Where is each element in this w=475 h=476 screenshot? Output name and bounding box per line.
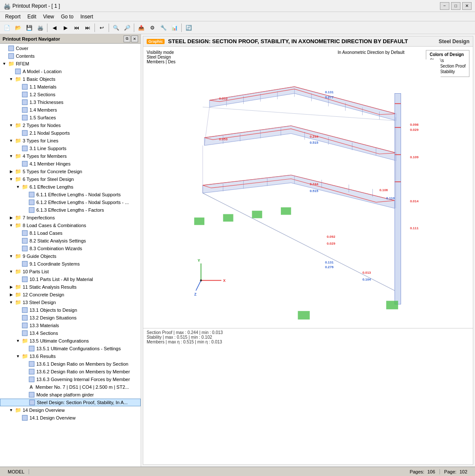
toolbar-last[interactable]: ⏭ — [83, 23, 93, 33]
toggle-9guide[interactable]: ▼ — [8, 253, 15, 260]
tree-item-1-5[interactable]: 1.5 Surfaces — [0, 114, 141, 121]
tree-item-10-1[interactable]: 10.1 Parts List - All by Material — [0, 275, 141, 283]
svg-rect-16 — [22, 246, 27, 251]
menu-goto[interactable]: Go to — [58, 13, 77, 21]
toolbar-undo[interactable]: ↩ — [97, 23, 107, 33]
toolbar-settings2[interactable]: 🔧 — [158, 23, 168, 33]
tree-item-10parts[interactable]: ▼ 📁 10 Parts List — [0, 268, 141, 275]
tree-item-1-4[interactable]: 1.4 Members — [0, 106, 141, 114]
tree-item-6steel[interactable]: ▼ 📁 6 Types for Steel Design — [0, 175, 141, 183]
tree-item-1basic[interactable]: ▼ 📁 1 Basic Objects — [0, 75, 141, 83]
svg-rect-7 — [22, 115, 27, 120]
tree-item-13-4[interactable]: 13.4 Sections — [0, 329, 141, 337]
menu-edit[interactable]: Edit — [24, 13, 40, 21]
toolbar-settings3[interactable]: 📊 — [169, 23, 180, 33]
tree-item-13-3[interactable]: 13.3 Materials — [0, 322, 141, 329]
tree-item-11static[interactable]: ▶ 📁 11 Static Analysis Results — [0, 283, 141, 291]
toggle-11static[interactable]: ▶ — [8, 284, 15, 290]
toolbar-settings1[interactable]: ⚙ — [147, 23, 157, 33]
toggle-4members[interactable]: ▼ — [8, 153, 15, 160]
toolbar-next[interactable]: ▶ — [60, 23, 71, 33]
tree-item-6-1-2[interactable]: 6.1.2 Effective Lengths - Nodal Supports… — [0, 198, 141, 206]
tree-item-13-6-3[interactable]: 13.6.3 Governing Internal Forces by Memb… — [0, 375, 141, 383]
close-button[interactable]: ✕ — [462, 2, 472, 10]
icon-13steel: 📁 — [15, 299, 21, 306]
menu-insert[interactable]: Insert — [77, 13, 97, 21]
toolbar-refresh[interactable]: 🔄 — [183, 23, 194, 33]
tree-item-6-1-1[interactable]: 6.1.1 Effective Lengths - Nodal Supports — [0, 191, 141, 198]
legend-title: Colors of Design — [430, 52, 466, 57]
menu-view[interactable]: View — [40, 13, 58, 21]
toggle-3lines[interactable]: ▼ — [8, 137, 15, 144]
toolbar-zoom-out[interactable]: 🔎 — [122, 23, 132, 33]
tree-item-6-1-3[interactable]: 6.1.3 Effective Lengths - Factors — [0, 206, 141, 214]
tree-area[interactable]: Cover Contents ▼ 📁 RFEM A Model - Locati… — [0, 44, 141, 467]
minimize-button[interactable]: − — [440, 2, 449, 10]
tree-item-cover[interactable]: Cover — [0, 44, 141, 52]
tree-item-2-1[interactable]: 2.1 Nodal Supports — [0, 129, 141, 137]
toolbar-new[interactable]: 📄 — [2, 23, 12, 33]
tree-item-9-1[interactable]: 9.1 Coordinate Systems — [0, 260, 141, 268]
tree-item-1-1[interactable]: 1.1 Materials — [0, 83, 141, 91]
toolbar-first[interactable]: ⏮ — [71, 23, 82, 33]
tree-item-rfem[interactable]: ▼ 📁 RFEM — [0, 60, 141, 68]
tree-item-13-6[interactable]: ▼ 📁 13.6 Results — [0, 352, 141, 360]
toggle-6-1[interactable]: ▼ — [15, 183, 21, 190]
toolbar-print[interactable]: 🖨️ — [35, 23, 45, 33]
menu-report[interactable]: Report — [2, 13, 24, 21]
tree-item-13-1[interactable]: 13.1 Objects to Design — [0, 306, 141, 314]
tree-item-13-member[interactable]: A Member No. 7 | DS1 | CO4 | 2.500 m | S… — [0, 383, 141, 391]
tree-item-contents[interactable]: Contents — [0, 52, 141, 60]
tree-item-4members[interactable]: ▼ 📁 4 Types for Members — [0, 152, 141, 160]
tree-item-13-6-2[interactable]: 13.6.2 Design Ratio on Members by Member — [0, 368, 141, 375]
toolbar-prev[interactable]: ◀ — [49, 23, 59, 33]
toolbar-zoom-in[interactable]: 🔍 — [111, 23, 121, 33]
tree-item-9guide[interactable]: ▼ 📁 9 Guide Objects — [0, 252, 141, 260]
navigator-close-btn[interactable]: ✕ — [131, 35, 138, 42]
toggle-7imp[interactable]: ▶ — [8, 214, 15, 221]
tree-item-13-steel-section[interactable]: Steel Design: Section Proof, Stability, … — [0, 399, 141, 406]
tree-item-1-3[interactable]: 1.3 Thicknesses — [0, 98, 141, 106]
tree-item-7imp[interactable]: ▶ 📁 7 Imperfections — [0, 214, 141, 222]
tree-item-1-2[interactable]: 1.2 Sections — [0, 91, 141, 98]
toolbar-open[interactable]: 📂 — [13, 23, 23, 33]
tree-item-13-mode[interactable]: Mode shape platform girder — [0, 391, 141, 399]
toggle-13-5[interactable]: ▼ — [15, 337, 21, 344]
toggle-13steel[interactable]: ▼ — [8, 299, 15, 306]
tree-item-8-2[interactable]: 8.2 Static Analysis Settings — [0, 237, 141, 245]
tree-item-13-5-1[interactable]: 13.5.1 Ultimate Configurations - Setting… — [0, 345, 141, 352]
tree-item-8-3[interactable]: 8.3 Combination Wizards — [0, 245, 141, 252]
tree-item-2nodes[interactable]: ▼ 📁 2 Types for Nodes — [0, 121, 141, 129]
tree-item-3-1[interactable]: 3.1 Line Supports — [0, 145, 141, 152]
toggle-rfem[interactable]: ▼ — [1, 60, 8, 67]
tree-item-8load[interactable]: ▼ 📁 8 Load Cases & Combinations — [0, 222, 141, 229]
toolbar-save[interactable]: 💾 — [24, 23, 34, 33]
toggle-12concrete[interactable]: ▶ — [8, 291, 15, 298]
toggle-8load[interactable]: ▼ — [8, 222, 15, 229]
tree-item-13steel[interactable]: ▼ 📁 13 Steel Design — [0, 299, 141, 306]
toolbar-export[interactable]: 📤 — [136, 23, 146, 33]
navigator-float-btn[interactable]: ⧉ — [124, 35, 130, 42]
tree-item-amodel[interactable]: A Model - Location — [0, 68, 141, 75]
toggle-5concrete[interactable]: ▶ — [8, 168, 15, 175]
toggle-13-6[interactable]: ▼ — [15, 353, 21, 360]
toggle-10parts[interactable]: ▼ — [8, 268, 15, 275]
tree-item-13-6-1[interactable]: 13.6.1 Design Ratio on Members by Sectio… — [0, 360, 141, 368]
toggle-14design[interactable]: ▼ — [8, 407, 15, 414]
icon-13-2 — [21, 314, 28, 321]
label-5concrete: 5 Types for Concrete Design — [23, 169, 82, 174]
tree-item-5concrete[interactable]: ▶ 📁 5 Types for Concrete Design — [0, 168, 141, 175]
toggle-1basic[interactable]: ▼ — [8, 76, 15, 83]
tree-item-13-2[interactable]: 13.2 Design Situations — [0, 314, 141, 322]
tree-item-13-5[interactable]: ▼ 📁 13.5 Ultimate Configurations — [0, 337, 141, 345]
tree-item-8-1[interactable]: 8.1 Load Cases — [0, 229, 141, 237]
toggle-2nodes[interactable]: ▼ — [8, 122, 15, 129]
maximize-button[interactable]: □ — [451, 2, 460, 10]
tree-item-3lines[interactable]: ▼ 📁 3 Types for Lines — [0, 137, 141, 145]
tree-item-12concrete[interactable]: ▶ 📁 12 Concrete Design — [0, 291, 141, 299]
tree-item-6-1[interactable]: ▼ 📁 6.1 Effective Lengths — [0, 183, 141, 191]
toggle-6steel[interactable]: ▼ — [8, 176, 15, 183]
tree-item-4-1[interactable]: 4.1 Member Hinges — [0, 160, 141, 168]
tree-item-14design[interactable]: ▼ 📁 14 Design Overview — [0, 406, 141, 414]
tree-item-14-1[interactable]: 14.1 Design Overview — [0, 414, 141, 422]
